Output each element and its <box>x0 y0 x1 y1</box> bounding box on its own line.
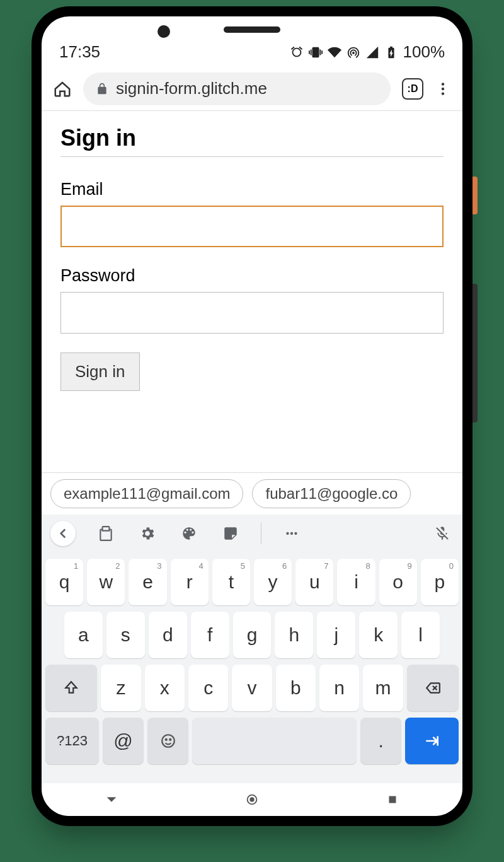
enter-key[interactable] <box>405 718 459 764</box>
keyboard-toolbar <box>42 515 462 552</box>
key-x[interactable]: x <box>145 665 185 711</box>
svg-rect-11 <box>389 796 396 803</box>
status-time: 17:35 <box>59 42 100 62</box>
browser-toolbar: signin-form.glitch.me :D <box>42 67 462 111</box>
key-z[interactable]: z <box>101 665 140 711</box>
key-o[interactable]: 9o <box>379 559 417 605</box>
key-p[interactable]: 0p <box>421 559 459 605</box>
key-i[interactable]: 8i <box>337 559 375 605</box>
svg-point-7 <box>165 739 166 740</box>
svg-point-0 <box>442 83 444 85</box>
suggestion-chip[interactable]: example111@gmail.com <box>50 479 243 508</box>
key-g[interactable]: g <box>233 612 272 658</box>
symbols-key[interactable]: ?123 <box>45 718 99 764</box>
page-content: Sign in Email Password Sign in <box>42 111 462 472</box>
password-field[interactable] <box>60 292 444 334</box>
palette-icon[interactable] <box>178 522 200 545</box>
wifi-icon <box>328 45 341 59</box>
key-c[interactable]: c <box>188 665 228 711</box>
battery-icon <box>384 45 398 59</box>
battery-percent: 100% <box>403 42 445 62</box>
key-b[interactable]: b <box>276 665 316 711</box>
key-f[interactable]: f <box>191 612 229 658</box>
key-d[interactable]: d <box>149 612 187 658</box>
key-j[interactable]: j <box>317 612 355 658</box>
key-h[interactable]: h <box>275 612 313 658</box>
password-label: Password <box>60 266 444 286</box>
lock-icon <box>96 83 108 95</box>
key-t[interactable]: 5t <box>212 559 250 605</box>
suggestion-chip[interactable]: fubar11@google.co <box>252 479 411 508</box>
page-title: Sign in <box>60 125 444 157</box>
svg-point-10 <box>249 797 254 801</box>
key-m[interactable]: m <box>363 665 403 711</box>
kb-back-icon[interactable] <box>50 521 76 546</box>
menu-icon[interactable] <box>435 81 451 97</box>
emoji-key[interactable] <box>147 718 188 764</box>
key-w[interactable]: 2w <box>87 559 125 605</box>
home-icon[interactable] <box>53 79 72 98</box>
key-l[interactable]: l <box>401 612 440 658</box>
key-e[interactable]: 3e <box>129 559 166 605</box>
gear-icon[interactable] <box>136 522 159 545</box>
vibrate-icon <box>309 45 323 59</box>
email-field[interactable] <box>60 206 444 247</box>
mic-off-icon[interactable] <box>431 522 454 545</box>
nav-recent-icon[interactable] <box>386 793 399 807</box>
email-label: Email <box>60 180 444 199</box>
key-u[interactable]: 7u <box>295 559 333 605</box>
tabs-button[interactable]: :D <box>402 78 423 100</box>
sticker-icon[interactable] <box>219 522 242 545</box>
svg-point-8 <box>169 739 171 740</box>
key-n[interactable]: n <box>319 665 359 711</box>
svg-point-1 <box>442 87 444 90</box>
key-s[interactable]: s <box>106 612 145 658</box>
svg-point-2 <box>442 92 444 95</box>
autofill-suggestions: example111@gmail.com fubar11@google.co <box>42 472 462 515</box>
key-k[interactable]: k <box>359 612 398 658</box>
space-key[interactable] <box>192 718 357 764</box>
clipboard-icon[interactable] <box>94 522 117 545</box>
nav-back-icon[interactable] <box>105 793 118 807</box>
status-bar: 17:35 100% <box>42 16 462 67</box>
svg-point-6 <box>162 735 175 747</box>
keyboard: 1q2w3e4r5t6y7u8i9o0p asdfghjkl zxcvbnm ?… <box>42 552 462 783</box>
url-text: signin-form.glitch.me <box>116 79 267 98</box>
url-bar[interactable]: signin-form.glitch.me <box>83 73 391 105</box>
svg-point-4 <box>290 532 293 535</box>
alarm-icon <box>290 45 304 59</box>
nav-home-icon[interactable] <box>245 793 259 807</box>
svg-point-5 <box>294 532 297 535</box>
key-q[interactable]: 1q <box>45 559 83 605</box>
key-a[interactable]: a <box>64 612 103 658</box>
period-key[interactable]: . <box>360 718 401 764</box>
hotspot-icon <box>346 45 360 59</box>
key-v[interactable]: v <box>232 665 272 711</box>
key-r[interactable]: 4r <box>171 559 209 605</box>
svg-point-3 <box>286 532 289 535</box>
at-key[interactable]: @ <box>103 718 144 764</box>
backspace-key[interactable] <box>407 665 459 711</box>
key-y[interactable]: 6y <box>254 559 292 605</box>
signal-icon <box>365 45 379 59</box>
more-icon[interactable] <box>280 522 303 545</box>
nav-bar <box>42 783 462 816</box>
signin-button[interactable]: Sign in <box>60 352 140 391</box>
shift-key[interactable] <box>45 665 97 711</box>
